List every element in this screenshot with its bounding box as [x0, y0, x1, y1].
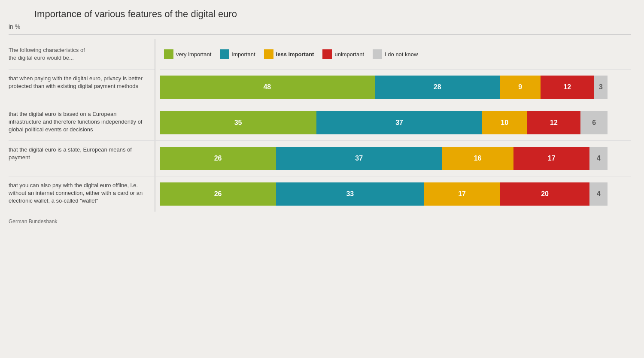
legend-item-4: I do not know: [373, 49, 418, 59]
legend-header-label: The following characteristics of the dig…: [9, 46, 94, 62]
legend-row: very importantimportantless importantuni…: [160, 39, 631, 69]
data-row-3: that you can also pay with the digital e…: [9, 176, 631, 212]
legend-swatch-0: [164, 49, 173, 59]
bar-area-3: 263317204: [155, 176, 631, 212]
legend-label-4: I do not know: [385, 51, 418, 58]
row-label-2: that the digital euro is a state, Europe…: [9, 141, 155, 176]
legend-swatch-1: [220, 49, 229, 59]
bar-segment-3-3: 20: [500, 182, 590, 206]
legend-items: very importantimportantless importantuni…: [164, 49, 418, 59]
legend-item-1: important: [220, 49, 255, 59]
legend-item-3: unimportant: [322, 49, 364, 59]
bar-segment-2-0: 26: [160, 147, 276, 170]
legend-swatch-4: [373, 49, 382, 59]
bar-segment-2-1: 37: [276, 147, 442, 170]
legend-label-0: very important: [176, 51, 211, 58]
bar-segment-1-end: 6: [580, 111, 608, 134]
bar-segment-0-3: 12: [541, 76, 594, 99]
chart-container: Importance of various features of the di…: [0, 0, 644, 358]
bar-segment-1-3: 12: [527, 111, 580, 134]
chart-title: Importance of various features of the di…: [9, 9, 631, 20]
bar-segment-1-1: 37: [316, 111, 482, 134]
bar-segment-1-2: 10: [482, 111, 527, 134]
legend-label-2: less important: [276, 51, 314, 58]
legend-item-0: very important: [164, 49, 211, 59]
bar-area-2: 263716174: [155, 141, 631, 176]
bar-0: 48289123: [160, 76, 631, 99]
bar-segment-0-1: 28: [375, 76, 500, 99]
bar-1: 353710126: [160, 111, 631, 134]
row-label-3: that you can also pay with the digital e…: [9, 176, 155, 212]
source-label: German Bundesbank: [9, 218, 631, 225]
right-chart: very importantimportantless importantuni…: [155, 39, 631, 70]
bar-3: 263317204: [160, 182, 631, 206]
left-labels: The following characteristics of the dig…: [9, 39, 155, 70]
bar-2: 263716174: [160, 147, 631, 170]
row-label-1: that the digital euro is based on a Euro…: [9, 105, 155, 140]
bar-segment-3-2: 17: [424, 182, 500, 206]
top-divider: [9, 34, 631, 35]
bar-segment-3-end: 4: [589, 182, 608, 206]
bar-area-1: 353710126: [155, 105, 631, 140]
bar-segment-0-0: 48: [160, 76, 375, 99]
row-label-0: that when paying with the digital euro, …: [9, 70, 155, 105]
data-row-0: that when paying with the digital euro, …: [9, 70, 631, 105]
legend-swatch-2: [264, 49, 273, 59]
bar-segment-2-2: 16: [442, 147, 513, 170]
data-row-1: that the digital euro is based on a Euro…: [9, 105, 631, 140]
bar-segment-3-1: 33: [276, 182, 424, 206]
bar-segment-1-0: 35: [160, 111, 316, 134]
bar-segment-0-end: 3: [594, 76, 608, 99]
legend-label-3: unimportant: [334, 51, 364, 58]
legend-item-2: less important: [264, 49, 314, 59]
bar-area-0: 48289123: [155, 70, 631, 105]
bar-segment-2-3: 17: [513, 147, 589, 170]
main-content: The following characteristics of the dig…: [9, 39, 631, 70]
legend-label-1: important: [232, 51, 255, 58]
data-rows: that when paying with the digital euro, …: [9, 70, 631, 212]
bar-segment-3-0: 26: [160, 182, 276, 206]
data-row-2: that the digital euro is a state, Europe…: [9, 141, 631, 176]
legend-header-row: The following characteristics of the dig…: [4, 39, 155, 69]
bar-segment-2-end: 4: [589, 147, 608, 170]
chart-subtitle: in %: [9, 23, 631, 30]
bar-segment-0-2: 9: [500, 76, 541, 99]
legend-swatch-3: [322, 49, 332, 59]
